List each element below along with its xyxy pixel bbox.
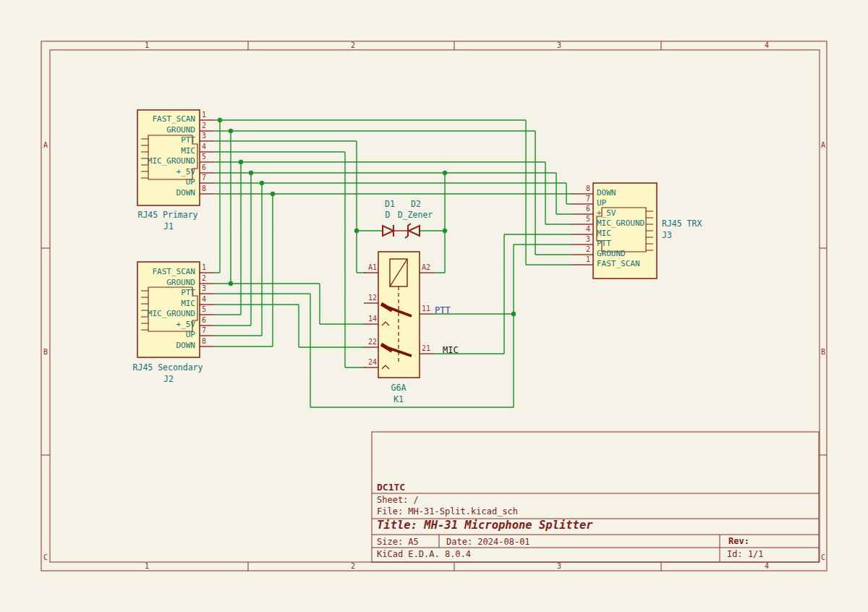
pin-name: GROUND (597, 250, 626, 258)
pin-number: 11 (422, 305, 430, 313)
pin-number: 1 (202, 111, 206, 119)
j1-value: RJ45 Primary (137, 211, 197, 220)
symbol-bodies (137, 110, 657, 378)
pin-name: MIC_GROUND (597, 219, 644, 227)
titleblock-rev: Rev: (728, 537, 749, 545)
pin-number: A2 (422, 264, 430, 271)
j3-ref: J3 (662, 231, 672, 240)
pin-number: 1 (202, 264, 206, 271)
pin-name: FAST_SCAN (152, 268, 195, 276)
pin-number: 2 (202, 275, 206, 282)
pin-number: 5 (202, 306, 206, 313)
pin-number: 3 (586, 236, 590, 243)
pin-name: FAST_SCAN (597, 260, 640, 268)
titleblock-size: Size: A5 (377, 537, 419, 546)
pin-name: MIC (597, 229, 611, 237)
d2-value: D_Zener (398, 211, 433, 220)
pin-name: +_5V (597, 209, 616, 217)
pin-number: 4 (202, 143, 206, 150)
pin-name: PTT (181, 289, 195, 297)
pin-number: 7 (202, 327, 206, 334)
pin-name: +_5V (176, 168, 196, 176)
d1-diode-symbol[interactable] (383, 225, 393, 237)
grid-col-3-top: 3 (557, 42, 561, 49)
pin-number: 4 (586, 226, 590, 233)
pin-name: GROUND (166, 126, 195, 134)
titleblock-company: DC1TC (377, 483, 405, 492)
grid-col-3-bottom: 3 (557, 563, 561, 570)
pin-name: DOWN (597, 189, 616, 197)
pin-number: A1 (368, 264, 377, 271)
pin-number: 5 (586, 216, 590, 223)
k1-value: G6A (391, 384, 407, 393)
pin-name: DOWN (176, 189, 196, 197)
grid-col-4-bottom: 4 (765, 563, 769, 570)
grid-row-c-left: C (43, 554, 48, 561)
k1-ref: K1 (393, 396, 404, 404)
pin-number: 2 (586, 246, 590, 253)
pin-number: 3 (202, 285, 206, 292)
pin-number: 4 (202, 296, 206, 303)
title-block-frame (372, 432, 819, 562)
kicad-schematic-page: { "frame": { "columns": ["1", "2", "3", … (0, 0, 868, 612)
grid-col-1-top: 1 (145, 42, 149, 49)
pin-name: +_5V (176, 320, 196, 328)
pin-name: MIC (181, 147, 195, 155)
pin-number: 8 (202, 185, 206, 192)
pin-number: 7 (586, 195, 590, 203)
grid-row-a-right: A (821, 142, 825, 149)
pin-number: 21 (422, 345, 430, 352)
pin-name: MIC (181, 299, 195, 307)
j2-ref: J2 (163, 375, 174, 384)
pin-name: GROUND (166, 279, 195, 286)
pin-number: 3 (202, 132, 206, 140)
pin-number: 8 (202, 338, 206, 345)
pin-number: 5 (202, 153, 206, 161)
grid-row-a-left: A (43, 142, 48, 149)
titleblock-app: KiCad E.D.A. 8.0.4 (377, 550, 471, 558)
pin-name: FAST_SCAN (152, 115, 195, 123)
grid-row-b-left: B (43, 349, 48, 356)
pin-number: 2 (202, 122, 206, 129)
pin-name: DOWN (176, 341, 196, 349)
d2-ref: D2 (411, 200, 421, 209)
j3-value: RJ45 TRX (662, 220, 702, 229)
pin-name: MIC_GROUND (148, 310, 195, 318)
pin-name: UP (186, 178, 195, 186)
ptt-net-label: PTT (435, 306, 451, 315)
pin-number: 8 (586, 185, 590, 192)
d1-value: D (386, 211, 391, 220)
j1-ref: J1 (163, 223, 174, 231)
pin-number: 12 (368, 294, 377, 302)
titleblock-title: Title: MH-31 Microphone Splitter (377, 520, 593, 532)
pin-name: UP (597, 199, 606, 207)
pin-name: MIC_GROUND (148, 157, 195, 165)
grid-row-b-right: B (821, 349, 825, 356)
grid-col-2-top: 2 (351, 42, 355, 49)
titleblock-date: Date: 2024-08-01 (446, 537, 530, 546)
pin-number: 22 (368, 339, 377, 346)
pin-name: PTT (181, 136, 195, 144)
pin-number: 1 (586, 256, 590, 263)
grid-col-1-bottom: 1 (145, 563, 149, 570)
grid-col-2-bottom: 2 (351, 563, 355, 570)
pin-number: 6 (586, 205, 590, 213)
titleblock-id: Id: 1/1 (727, 550, 764, 558)
j2-value: RJ45 Secondary (133, 364, 203, 373)
grid-col-4-top: 4 (765, 42, 769, 49)
mic-net-label: MIC (443, 346, 459, 354)
pin-name: UP (186, 331, 195, 339)
pin-number: 7 (202, 174, 206, 182)
titleblock-file: File: MH-31-Split.kicad_sch (377, 507, 518, 516)
d1-ref: D1 (385, 200, 395, 209)
pin-number: 14 (368, 315, 377, 323)
pin-number: 24 (368, 359, 377, 366)
pin-number: 6 (202, 164, 206, 171)
titleblock-sheet: Sheet: / (377, 496, 419, 504)
grid-row-c-right: C (821, 554, 825, 561)
pin-number: 6 (202, 317, 206, 324)
d2-zener-diode-symbol[interactable] (405, 224, 420, 238)
pin-name: PTT (597, 239, 611, 247)
